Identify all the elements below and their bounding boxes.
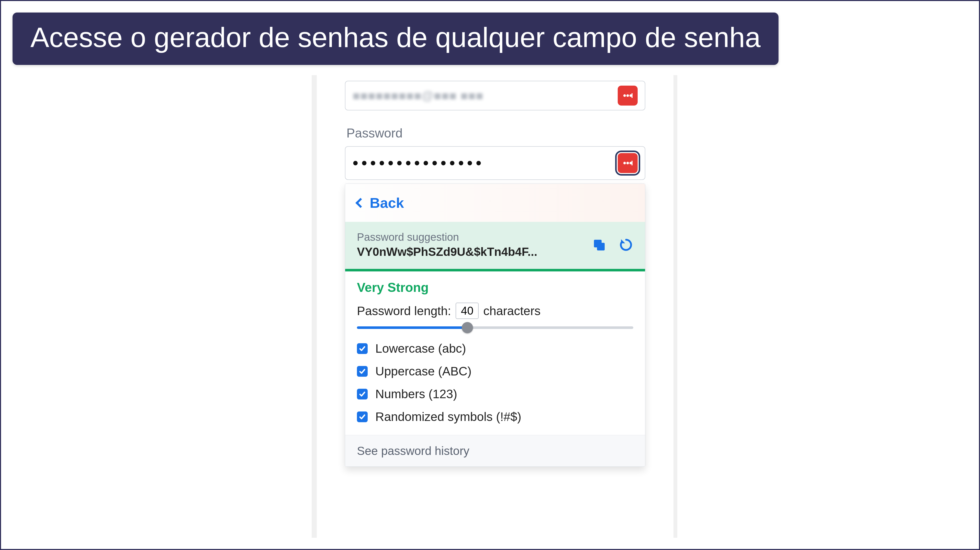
password-generator-popup: Back Password suggestion VY0nWw$PhSZd9U&… [345,183,645,467]
svg-point-1 [627,94,629,97]
option-label: Uppercase (ABC) [375,364,471,378]
length-label-after: characters [483,304,541,318]
slider-fill [357,326,468,329]
email-field-container[interactable]: ■■■■■■■■■@■■■ ■■■ [345,81,645,110]
password-field-container[interactable]: ••••••••••••••• [345,146,645,180]
length-row: Password length: characters [357,303,633,319]
svg-rect-9 [597,243,605,250]
password-manager-icon[interactable] [618,86,638,106]
option-symbols[interactable]: Randomized symbols (!#$) [357,410,633,424]
generator-settings: Very Strong Password length: characters … [345,272,645,435]
option-label: Randomized symbols (!#$) [375,410,521,424]
length-label-before: Password length: [357,304,451,318]
checkbox-uppercase[interactable] [357,366,368,377]
refresh-icon[interactable] [619,238,633,252]
password-label: Password [347,126,645,141]
option-label: Lowercase (abc) [375,342,466,356]
checkbox-numbers[interactable] [357,389,368,399]
password-value-masked: ••••••••••••••• [353,154,485,173]
form-panel: ■■■■■■■■■@■■■ ■■■ Password •••••••••••••… [317,75,673,538]
checkbox-lowercase[interactable] [357,343,368,354]
suggestion-value[interactable]: VY0nWw$PhSZd9U&$kTn4b4F... [357,245,584,259]
svg-rect-7 [632,161,633,165]
length-input[interactable] [456,303,479,319]
checkbox-symbols[interactable] [357,412,368,422]
suggestion-label: Password suggestion [357,231,584,243]
strength-label: Very Strong [357,280,633,295]
length-slider[interactable] [357,323,633,333]
slider-thumb[interactable] [462,322,473,333]
svg-point-0 [623,94,626,97]
back-label: Back [370,194,404,211]
suggestion-text: Password suggestion VY0nWw$PhSZd9U&$kTn4… [357,231,584,259]
chevron-left-icon [355,198,366,208]
back-button[interactable]: Back [357,194,404,211]
banner-title: Acesse o gerador de senhas de qualquer c… [30,21,760,53]
password-history-link[interactable]: See password history [345,435,645,466]
option-numbers[interactable]: Numbers (123) [357,387,633,401]
instruction-banner: Acesse o gerador de senhas de qualquer c… [13,13,778,65]
option-lowercase[interactable]: Lowercase (abc) [357,342,633,356]
svg-point-4 [623,162,626,164]
email-value-blurred: ■■■■■■■■■@■■■ ■■■ [353,89,484,103]
option-uppercase[interactable]: Uppercase (ABC) [357,364,633,378]
strength-bar [345,269,645,272]
copy-icon[interactable] [592,238,606,252]
history-label: See password history [357,444,469,458]
option-label: Numbers (123) [375,387,457,401]
popup-header: Back [345,184,645,222]
svg-point-5 [627,162,629,164]
password-suggestion-row: Password suggestion VY0nWw$PhSZd9U&$kTn4… [345,222,645,269]
password-manager-icon[interactable] [618,153,638,173]
svg-rect-3 [632,93,633,98]
